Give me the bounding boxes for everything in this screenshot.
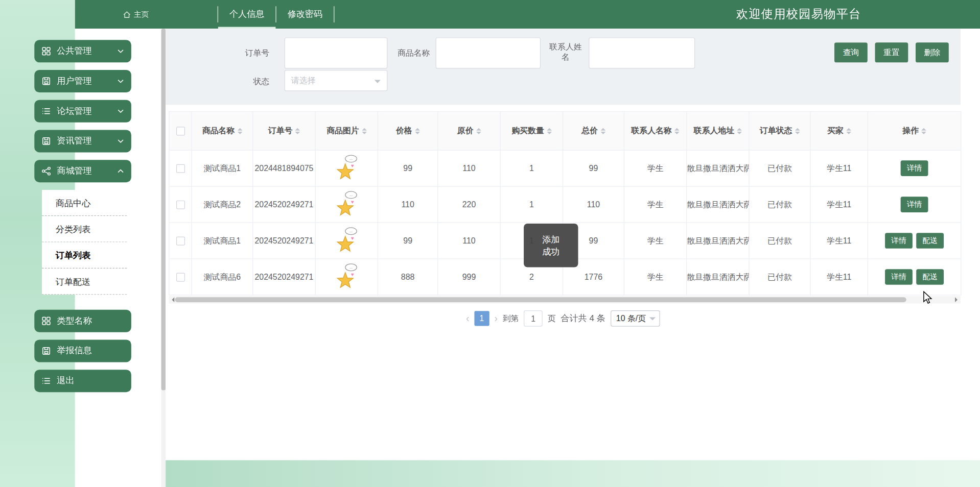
sort-icon[interactable] <box>795 126 800 137</box>
sidebar-item-type-name[interactable]: 类型名称 <box>34 310 131 332</box>
sort-icon[interactable] <box>674 126 680 137</box>
delete-button[interactable]: 删除 <box>916 42 949 62</box>
cell-order-no: 2024481894075 <box>253 150 315 186</box>
sidebar-item-logout[interactable]: 退出 <box>34 370 131 392</box>
sidebar-scrollbar-thumb[interactable] <box>161 29 166 390</box>
sidebar-subitem-product-center[interactable]: 商品中心 <box>42 190 127 216</box>
sidebar-item-user-management[interactable]: 用户管理 <box>34 70 131 92</box>
breadcrumb-home[interactable]: 主页 <box>123 0 149 29</box>
sidebar-subitem-order-delivery[interactable]: 订单配送 <box>42 269 127 295</box>
svg-text:♥: ♥ <box>351 272 354 277</box>
sort-icon[interactable] <box>737 126 742 137</box>
cell-address: 散旦撒旦洒洒大萨 <box>687 259 749 295</box>
horizontal-scrollbar[interactable] <box>169 296 961 304</box>
save-icon <box>42 137 51 145</box>
scroll-left-arrow-icon[interactable] <box>169 297 174 302</box>
cell-buyer: 学生11 <box>810 259 868 295</box>
grid-icon <box>42 47 51 56</box>
svg-text:♥: ♥ <box>351 235 354 241</box>
row-checkbox[interactable] <box>176 237 184 246</box>
sort-icon[interactable] <box>600 126 605 137</box>
topbar-tabs: 个人信息 修改密码 <box>218 0 335 29</box>
pagination: ‹ 1 › 到第 页 合计共 4 条 10 条/页 <box>166 306 961 331</box>
col-contact-address[interactable]: 联系人地址 <box>687 111 749 150</box>
table-row: 测试商品2 2024520249271 ...♥ 110 220 1 110 学… <box>169 186 961 223</box>
col-product-image[interactable]: 商品图片 <box>315 111 378 150</box>
query-button[interactable]: 查询 <box>834 42 868 62</box>
col-product-name[interactable]: 商品名称 <box>192 111 253 150</box>
col-quantity[interactable]: 购买数量 <box>500 111 563 150</box>
detail-button[interactable]: 详情 <box>901 160 928 176</box>
order-no-label: 订单号 <box>226 47 270 59</box>
col-price[interactable]: 价格 <box>378 111 437 150</box>
sidebar-item-label: 商城管理 <box>57 165 118 177</box>
goto-page-input[interactable] <box>524 310 543 327</box>
column-label: 买家 <box>827 126 844 135</box>
sort-icon[interactable] <box>547 126 552 137</box>
chevron-down-icon <box>375 80 381 86</box>
order-no-input[interactable] <box>285 37 388 68</box>
sort-icon[interactable] <box>921 126 926 137</box>
col-total[interactable]: 总价 <box>563 111 624 150</box>
sidebar-item-report-info[interactable]: 举报信息 <box>34 339 131 362</box>
contact-name-label: 联系人姓名 <box>548 41 583 63</box>
svg-text:♥: ♥ <box>351 199 354 205</box>
row-checkbox[interactable] <box>176 201 184 209</box>
grid-icon <box>42 316 51 325</box>
product-image[interactable]: ...♥ <box>333 154 361 182</box>
col-buyer[interactable]: 买家 <box>810 111 868 150</box>
sort-icon[interactable] <box>237 126 242 137</box>
delivery-button[interactable]: 配送 <box>916 269 944 285</box>
reset-button[interactable]: 重置 <box>875 42 908 62</box>
product-image[interactable]: ...♥ <box>333 263 361 291</box>
tab-change-password[interactable]: 修改密码 <box>276 0 334 29</box>
delivery-button[interactable]: 配送 <box>916 233 944 249</box>
sidebar-item-mall-management[interactable]: 商城管理 <box>34 160 131 182</box>
sidebar-subitem-category-list[interactable]: 分类列表 <box>42 216 127 242</box>
status-select[interactable]: 请选择 <box>285 70 388 91</box>
select-all-header[interactable] <box>169 111 192 150</box>
col-contact-name[interactable]: 联系人名称 <box>624 111 686 150</box>
detail-button[interactable]: 详情 <box>885 233 913 249</box>
cell-product: 测试商品2 <box>192 186 253 223</box>
subitem-label: 订单列表 <box>56 251 90 261</box>
detail-button[interactable]: 详情 <box>885 269 913 285</box>
product-name-input[interactable] <box>436 37 541 68</box>
select-all-checkbox[interactable] <box>176 127 184 136</box>
cell-contact: 学生 <box>624 186 686 223</box>
sort-icon[interactable] <box>415 126 420 137</box>
tab-personal-info[interactable]: 个人信息 <box>218 0 276 29</box>
sidebar-subitem-order-list[interactable]: 订单列表 <box>42 242 127 269</box>
detail-button[interactable]: 详情 <box>901 197 928 212</box>
page-size-select[interactable]: 10 条/页 <box>611 310 660 327</box>
row-checkbox[interactable] <box>176 273 184 282</box>
product-image[interactable]: ...♥ <box>333 190 361 218</box>
cell-contact: 学生 <box>624 259 686 295</box>
sidebar-item-news-management[interactable]: 资讯管理 <box>34 130 131 152</box>
svg-text:...: ... <box>349 265 353 270</box>
column-label: 订单状态 <box>760 126 792 135</box>
list-icon <box>42 107 51 115</box>
product-image[interactable]: ...♥ <box>333 227 361 255</box>
sidebar-item-forum-management[interactable]: 论坛管理 <box>34 100 131 123</box>
contact-name-input[interactable] <box>589 37 695 68</box>
cell-address: 散旦撒旦洒洒大萨 <box>687 186 749 223</box>
horizontal-scrollbar-thumb[interactable] <box>175 297 906 302</box>
col-order-status[interactable]: 订单状态 <box>749 111 810 150</box>
prev-page-icon[interactable]: ‹ <box>466 311 470 326</box>
scroll-right-arrow-icon[interactable] <box>955 297 960 302</box>
sort-icon[interactable] <box>362 126 367 137</box>
next-page-icon[interactable]: › <box>494 311 498 326</box>
list-icon <box>42 377 51 385</box>
col-order-no[interactable]: 订单号 <box>253 111 315 150</box>
sidebar-item-public-management[interactable]: 公共管理 <box>34 40 131 62</box>
page-number-button[interactable]: 1 <box>474 311 489 326</box>
sort-icon[interactable] <box>846 126 851 137</box>
row-checkbox[interactable] <box>176 164 184 173</box>
sort-icon[interactable] <box>476 126 481 137</box>
col-original-price[interactable]: 原价 <box>438 111 500 150</box>
column-label: 订单号 <box>268 126 293 135</box>
sort-icon[interactable] <box>295 126 300 137</box>
col-actions[interactable]: 操作 <box>868 111 961 150</box>
cell-total: 99 <box>563 150 624 186</box>
